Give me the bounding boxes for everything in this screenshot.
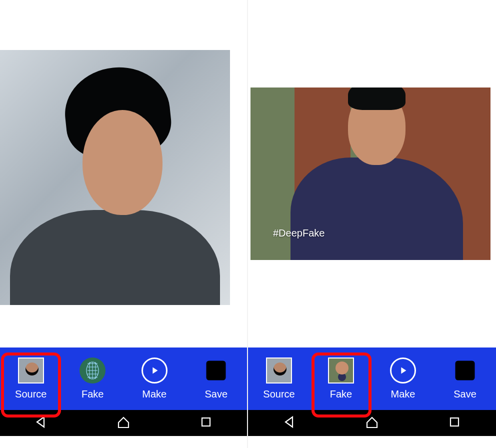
back-icon[interactable]: [34, 415, 48, 431]
footer-gap: [0, 436, 247, 448]
save-label: Save: [188, 388, 244, 400]
source-label: Source: [252, 388, 306, 400]
source-thumb-icon: [18, 358, 44, 384]
play-icon: [142, 358, 168, 384]
source-button[interactable]: Source: [4, 358, 58, 400]
android-nav-left: [0, 410, 247, 436]
photo-area-left: [0, 0, 247, 348]
save-button[interactable]: Save: [438, 358, 492, 400]
make-label: Make: [127, 388, 182, 400]
make-button[interactable]: Make: [127, 358, 182, 400]
home-icon[interactable]: [365, 415, 379, 431]
footer-gap: [248, 436, 496, 448]
save-button[interactable]: Save: [188, 358, 244, 400]
save-icon: [203, 358, 229, 384]
svg-rect-3: [456, 361, 475, 380]
source-portrait: [0, 50, 230, 305]
recent-icon[interactable]: [199, 415, 213, 431]
source-button[interactable]: Source: [252, 358, 306, 400]
make-button[interactable]: Make: [376, 358, 430, 400]
android-nav-right: [248, 410, 496, 436]
photo-area-right: #DeepFake: [248, 0, 496, 348]
fake-thumb-icon: [328, 358, 354, 384]
image-caption: #DeepFake: [273, 228, 324, 239]
fake-label: Fake: [65, 388, 120, 400]
screen-right: #DeepFake Source Fake Make Save: [248, 0, 496, 448]
back-icon[interactable]: [282, 415, 296, 431]
fake-button[interactable]: Fake: [65, 358, 120, 400]
source-thumb-icon: [266, 358, 292, 384]
home-icon[interactable]: [116, 415, 130, 431]
screen-left: Source Fake Make Save: [0, 0, 248, 448]
target-portrait: #DeepFake: [250, 88, 490, 260]
source-label: Source: [4, 388, 58, 400]
recent-icon[interactable]: [448, 415, 462, 431]
make-label: Make: [376, 388, 430, 400]
play-icon: [390, 358, 416, 384]
action-bar-left: Source Fake Make Save: [0, 348, 247, 410]
save-label: Save: [438, 388, 492, 400]
fake-label: Fake: [314, 388, 368, 400]
svg-rect-2: [202, 418, 210, 426]
svg-rect-4: [450, 418, 458, 426]
svg-rect-1: [206, 361, 226, 380]
face-mask-icon: [80, 358, 106, 384]
save-icon: [452, 358, 478, 384]
action-bar-right: Source Fake Make Save: [248, 348, 496, 410]
fake-button[interactable]: Fake: [314, 358, 368, 400]
